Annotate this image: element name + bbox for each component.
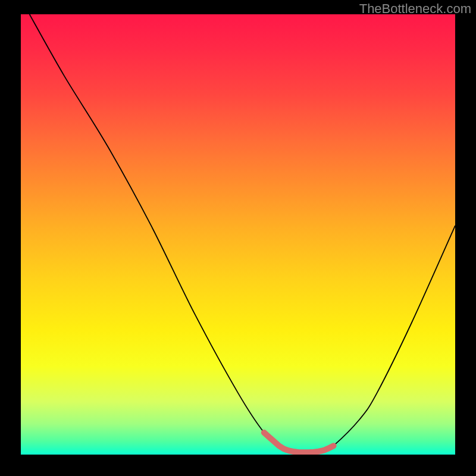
chart-curve-svg [21,14,455,455]
watermark-text: TheBottleneck.com [359,1,471,17]
bottleneck-curve-line [30,14,455,452]
optimal-range-marker [264,433,334,452]
chart-plot-area [21,14,455,455]
